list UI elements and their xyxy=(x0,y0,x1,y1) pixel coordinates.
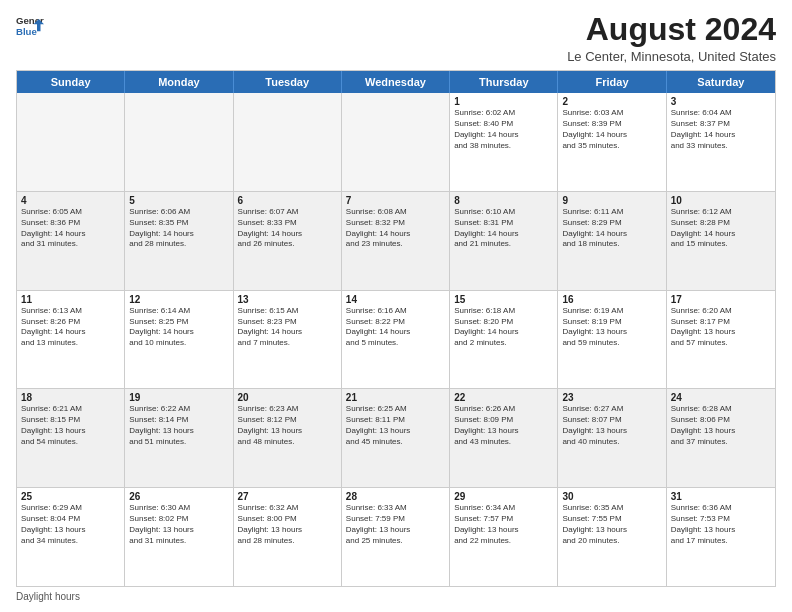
day-number: 13 xyxy=(238,294,337,305)
day-number: 25 xyxy=(21,491,120,502)
day-info: Sunrise: 6:36 AM Sunset: 7:53 PM Dayligh… xyxy=(671,503,771,546)
calendar-cell: 6Sunrise: 6:07 AM Sunset: 8:33 PM Daylig… xyxy=(234,192,342,290)
day-number: 1 xyxy=(454,96,553,107)
calendar-cell: 23Sunrise: 6:27 AM Sunset: 8:07 PM Dayli… xyxy=(558,389,666,487)
calendar-cell: 29Sunrise: 6:34 AM Sunset: 7:57 PM Dayli… xyxy=(450,488,558,586)
day-info: Sunrise: 6:27 AM Sunset: 8:07 PM Dayligh… xyxy=(562,404,661,447)
day-number: 12 xyxy=(129,294,228,305)
day-header-thursday: Thursday xyxy=(450,71,558,93)
day-info: Sunrise: 6:04 AM Sunset: 8:37 PM Dayligh… xyxy=(671,108,771,151)
day-info: Sunrise: 6:21 AM Sunset: 8:15 PM Dayligh… xyxy=(21,404,120,447)
logo-icon: General Blue xyxy=(16,12,44,40)
day-number: 14 xyxy=(346,294,445,305)
day-number: 7 xyxy=(346,195,445,206)
day-number: 30 xyxy=(562,491,661,502)
page-subtitle: Le Center, Minnesota, United States xyxy=(567,49,776,64)
calendar-cell: 30Sunrise: 6:35 AM Sunset: 7:55 PM Dayli… xyxy=(558,488,666,586)
day-number: 2 xyxy=(562,96,661,107)
calendar-cell: 20Sunrise: 6:23 AM Sunset: 8:12 PM Dayli… xyxy=(234,389,342,487)
day-header-tuesday: Tuesday xyxy=(234,71,342,93)
calendar-cell: 16Sunrise: 6:19 AM Sunset: 8:19 PM Dayli… xyxy=(558,291,666,389)
day-header-monday: Monday xyxy=(125,71,233,93)
calendar-cell: 3Sunrise: 6:04 AM Sunset: 8:37 PM Daylig… xyxy=(667,93,775,191)
day-info: Sunrise: 6:07 AM Sunset: 8:33 PM Dayligh… xyxy=(238,207,337,250)
day-number: 21 xyxy=(346,392,445,403)
day-info: Sunrise: 6:12 AM Sunset: 8:28 PM Dayligh… xyxy=(671,207,771,250)
day-info: Sunrise: 6:19 AM Sunset: 8:19 PM Dayligh… xyxy=(562,306,661,349)
calendar-cell: 5Sunrise: 6:06 AM Sunset: 8:35 PM Daylig… xyxy=(125,192,233,290)
calendar-week-5: 25Sunrise: 6:29 AM Sunset: 8:04 PM Dayli… xyxy=(17,488,775,586)
calendar-cell: 22Sunrise: 6:26 AM Sunset: 8:09 PM Dayli… xyxy=(450,389,558,487)
day-info: Sunrise: 6:08 AM Sunset: 8:32 PM Dayligh… xyxy=(346,207,445,250)
footer-note: Daylight hours xyxy=(16,591,776,602)
day-number: 11 xyxy=(21,294,120,305)
day-info: Sunrise: 6:23 AM Sunset: 8:12 PM Dayligh… xyxy=(238,404,337,447)
day-info: Sunrise: 6:29 AM Sunset: 8:04 PM Dayligh… xyxy=(21,503,120,546)
day-info: Sunrise: 6:13 AM Sunset: 8:26 PM Dayligh… xyxy=(21,306,120,349)
calendar-cell xyxy=(234,93,342,191)
day-info: Sunrise: 6:32 AM Sunset: 8:00 PM Dayligh… xyxy=(238,503,337,546)
calendar-cell: 25Sunrise: 6:29 AM Sunset: 8:04 PM Dayli… xyxy=(17,488,125,586)
calendar-cell: 17Sunrise: 6:20 AM Sunset: 8:17 PM Dayli… xyxy=(667,291,775,389)
calendar-cell: 13Sunrise: 6:15 AM Sunset: 8:23 PM Dayli… xyxy=(234,291,342,389)
calendar-week-4: 18Sunrise: 6:21 AM Sunset: 8:15 PM Dayli… xyxy=(17,389,775,488)
day-info: Sunrise: 6:25 AM Sunset: 8:11 PM Dayligh… xyxy=(346,404,445,447)
calendar: SundayMondayTuesdayWednesdayThursdayFrid… xyxy=(16,70,776,587)
calendar-cell: 11Sunrise: 6:13 AM Sunset: 8:26 PM Dayli… xyxy=(17,291,125,389)
day-info: Sunrise: 6:18 AM Sunset: 8:20 PM Dayligh… xyxy=(454,306,553,349)
day-info: Sunrise: 6:02 AM Sunset: 8:40 PM Dayligh… xyxy=(454,108,553,151)
day-info: Sunrise: 6:14 AM Sunset: 8:25 PM Dayligh… xyxy=(129,306,228,349)
day-info: Sunrise: 6:34 AM Sunset: 7:57 PM Dayligh… xyxy=(454,503,553,546)
calendar-cell: 21Sunrise: 6:25 AM Sunset: 8:11 PM Dayli… xyxy=(342,389,450,487)
day-number: 10 xyxy=(671,195,771,206)
day-number: 15 xyxy=(454,294,553,305)
day-header-sunday: Sunday xyxy=(17,71,125,93)
day-number: 20 xyxy=(238,392,337,403)
calendar-cell: 10Sunrise: 6:12 AM Sunset: 8:28 PM Dayli… xyxy=(667,192,775,290)
day-number: 19 xyxy=(129,392,228,403)
day-info: Sunrise: 6:22 AM Sunset: 8:14 PM Dayligh… xyxy=(129,404,228,447)
day-info: Sunrise: 6:10 AM Sunset: 8:31 PM Dayligh… xyxy=(454,207,553,250)
calendar-cell: 15Sunrise: 6:18 AM Sunset: 8:20 PM Dayli… xyxy=(450,291,558,389)
day-number: 27 xyxy=(238,491,337,502)
day-number: 6 xyxy=(238,195,337,206)
day-info: Sunrise: 6:03 AM Sunset: 8:39 PM Dayligh… xyxy=(562,108,661,151)
day-number: 18 xyxy=(21,392,120,403)
day-number: 8 xyxy=(454,195,553,206)
title-block: August 2024 Le Center, Minnesota, United… xyxy=(567,12,776,64)
day-header-friday: Friday xyxy=(558,71,666,93)
day-header-wednesday: Wednesday xyxy=(342,71,450,93)
day-number: 23 xyxy=(562,392,661,403)
day-number: 4 xyxy=(21,195,120,206)
calendar-cell xyxy=(17,93,125,191)
day-info: Sunrise: 6:26 AM Sunset: 8:09 PM Dayligh… xyxy=(454,404,553,447)
day-info: Sunrise: 6:05 AM Sunset: 8:36 PM Dayligh… xyxy=(21,207,120,250)
page-title: August 2024 xyxy=(567,12,776,47)
day-number: 31 xyxy=(671,491,771,502)
day-header-saturday: Saturday xyxy=(667,71,775,93)
day-info: Sunrise: 6:20 AM Sunset: 8:17 PM Dayligh… xyxy=(671,306,771,349)
day-number: 16 xyxy=(562,294,661,305)
day-info: Sunrise: 6:35 AM Sunset: 7:55 PM Dayligh… xyxy=(562,503,661,546)
calendar-cell: 7Sunrise: 6:08 AM Sunset: 8:32 PM Daylig… xyxy=(342,192,450,290)
calendar-cell: 28Sunrise: 6:33 AM Sunset: 7:59 PM Dayli… xyxy=(342,488,450,586)
calendar-cell: 12Sunrise: 6:14 AM Sunset: 8:25 PM Dayli… xyxy=(125,291,233,389)
calendar-cell: 26Sunrise: 6:30 AM Sunset: 8:02 PM Dayli… xyxy=(125,488,233,586)
calendar-week-1: 1Sunrise: 6:02 AM Sunset: 8:40 PM Daylig… xyxy=(17,93,775,192)
calendar-week-2: 4Sunrise: 6:05 AM Sunset: 8:36 PM Daylig… xyxy=(17,192,775,291)
day-number: 17 xyxy=(671,294,771,305)
calendar-cell: 24Sunrise: 6:28 AM Sunset: 8:06 PM Dayli… xyxy=(667,389,775,487)
calendar-cell: 14Sunrise: 6:16 AM Sunset: 8:22 PM Dayli… xyxy=(342,291,450,389)
day-number: 29 xyxy=(454,491,553,502)
day-number: 22 xyxy=(454,392,553,403)
day-number: 9 xyxy=(562,195,661,206)
day-number: 5 xyxy=(129,195,228,206)
calendar-cell: 8Sunrise: 6:10 AM Sunset: 8:31 PM Daylig… xyxy=(450,192,558,290)
svg-text:Blue: Blue xyxy=(16,26,37,37)
day-number: 26 xyxy=(129,491,228,502)
calendar-cell: 4Sunrise: 6:05 AM Sunset: 8:36 PM Daylig… xyxy=(17,192,125,290)
calendar-cell: 27Sunrise: 6:32 AM Sunset: 8:00 PM Dayli… xyxy=(234,488,342,586)
day-info: Sunrise: 6:33 AM Sunset: 7:59 PM Dayligh… xyxy=(346,503,445,546)
calendar-cell: 1Sunrise: 6:02 AM Sunset: 8:40 PM Daylig… xyxy=(450,93,558,191)
day-number: 3 xyxy=(671,96,771,107)
